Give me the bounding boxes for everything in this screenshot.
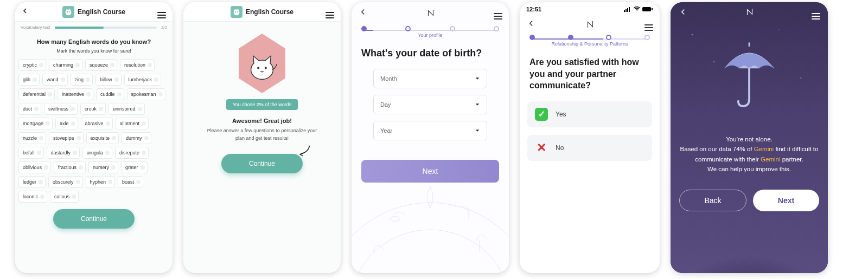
word-chip[interactable]: dummy: [122, 132, 151, 144]
back-button[interactable]: [526, 18, 536, 30]
svg-point-2: [69, 11, 69, 12]
status-bar: 12:51: [520, 2, 660, 16]
word-chip[interactable]: fractious: [54, 161, 86, 173]
word-chip[interactable]: dastardly: [47, 147, 80, 159]
word-chip[interactable]: befall: [18, 147, 44, 159]
day-select-label: Day: [380, 101, 391, 108]
svg-point-7: [257, 67, 259, 69]
svg-point-10: [352, 230, 509, 273]
continue-button[interactable]: Continue: [221, 154, 303, 173]
insight-screen: You're not alone. Based on our data 74% …: [671, 2, 828, 273]
word-chip[interactable]: allotment: [116, 118, 149, 129]
result-card: You chose 2% of the words Awesome! Great…: [183, 22, 341, 173]
back-button[interactable]: [678, 7, 688, 19]
battery-icon: [642, 7, 653, 12]
year-select[interactable]: Year: [373, 121, 487, 140]
word-chip[interactable]: glib: [18, 74, 40, 86]
word-chip[interactable]: billow: [95, 74, 122, 86]
wizard-steps: [352, 24, 509, 33]
word-chip[interactable]: zing: [71, 74, 93, 86]
back-button[interactable]: [21, 7, 30, 17]
word-chip[interactable]: cryptic: [18, 59, 46, 71]
step-label: Your profile: [352, 33, 509, 38]
month-select[interactable]: Month: [373, 69, 487, 88]
result-text: Please answer a few questions to persona…: [183, 127, 341, 142]
progress-bar: Vocabulary test 2/2: [15, 22, 173, 32]
wizard-steps: [520, 33, 660, 41]
question-screen: 12:51 Relationship & Personality Pattern…: [520, 2, 660, 273]
result-heading: Awesome! Great job!: [183, 118, 341, 124]
insight-line2: Based on our data 74% of Gemini find it …: [679, 144, 819, 164]
header: English Course: [15, 2, 173, 22]
svg-rect-14: [629, 7, 630, 12]
word-chip[interactable]: mortgage: [18, 118, 53, 129]
word-chip[interactable]: duct: [18, 103, 41, 115]
vocab-test-screen: English Course Vocabulary test 2/2 How m…: [15, 2, 173, 273]
umbrella-icon: [671, 40, 828, 113]
word-chip[interactable]: nuzzle: [18, 132, 46, 144]
word-chip[interactable]: crook: [80, 103, 106, 115]
word-chip[interactable]: axle: [55, 118, 78, 129]
back-button-large[interactable]: Back: [679, 190, 746, 211]
word-chip[interactable]: oblivious: [18, 161, 51, 173]
continue-button[interactable]: Continue: [53, 209, 135, 229]
word-chip[interactable]: lumberjack: [124, 74, 162, 86]
word-chip[interactable]: uninspired: [108, 103, 145, 115]
result-badge: You chose 2% of the words: [226, 99, 298, 110]
back-button[interactable]: [358, 7, 368, 19]
word-chip[interactable]: wand: [42, 74, 68, 86]
header: [671, 2, 828, 24]
word-chip[interactable]: charming: [49, 59, 82, 71]
word-chip[interactable]: grater: [121, 161, 148, 173]
svg-point-1: [67, 11, 68, 12]
signal-icon: [624, 7, 631, 12]
app-logo-icon: [688, 7, 812, 19]
month-select-label: Month: [380, 75, 397, 82]
heading: Are you satisfied with how you and your …: [520, 54, 660, 101]
word-chip[interactable]: hyphen: [86, 176, 116, 188]
word-chip[interactable]: stovepipe: [49, 132, 84, 144]
word-chip[interactable]: squeeze: [85, 59, 117, 71]
progress-label: Vocabulary test: [21, 25, 50, 30]
word-chip[interactable]: inattentive: [58, 88, 93, 100]
answer-no-label: No: [556, 144, 564, 152]
menu-button[interactable]: [644, 18, 653, 31]
answer-yes[interactable]: ✓ Yes: [527, 101, 652, 127]
page-title: English Course: [246, 8, 293, 16]
word-chip[interactable]: swiftness: [44, 103, 78, 115]
svg-point-4: [235, 11, 236, 12]
year-select-label: Year: [380, 127, 392, 134]
zodiac-illustration: [352, 170, 509, 273]
page-title: English Course: [78, 8, 125, 16]
svg-rect-16: [652, 8, 653, 10]
word-chip[interactable]: disrepute: [115, 147, 149, 159]
word-chip[interactable]: cuddle: [96, 88, 124, 100]
menu-button[interactable]: [326, 5, 335, 18]
header: [520, 16, 660, 33]
word-chip[interactable]: obscurely: [48, 176, 83, 188]
chevron-down-icon: [475, 76, 480, 81]
next-button[interactable]: Next: [753, 190, 819, 211]
word-chip[interactable]: ledger: [18, 176, 46, 188]
word-chip[interactable]: spokesman: [127, 88, 165, 100]
word-chip[interactable]: boast: [118, 176, 143, 188]
word-chip[interactable]: abrasive: [81, 118, 113, 129]
heading: How many English words do you know?: [21, 38, 167, 45]
word-chip[interactable]: exquisite: [86, 132, 119, 144]
progress-count: 2/2: [161, 25, 167, 30]
result-illustration: [232, 34, 292, 99]
svg-point-9: [352, 203, 509, 273]
dob-screen: Your profile What's your date of birth? …: [352, 2, 509, 273]
word-chip[interactable]: laconic: [18, 191, 47, 203]
word-chip[interactable]: nursery: [88, 161, 118, 173]
answer-no[interactable]: ✕ No: [527, 135, 652, 161]
menu-button[interactable]: [812, 7, 820, 20]
word-chip[interactable]: arugula: [82, 147, 112, 159]
word-chip[interactable]: deferential: [18, 88, 55, 100]
word-chip[interactable]: callous: [50, 191, 79, 203]
word-chip[interactable]: resolution: [120, 59, 155, 71]
header: English Course: [183, 2, 341, 22]
day-select[interactable]: Day: [373, 95, 487, 114]
menu-button[interactable]: [494, 7, 502, 20]
menu-button[interactable]: [157, 5, 167, 18]
